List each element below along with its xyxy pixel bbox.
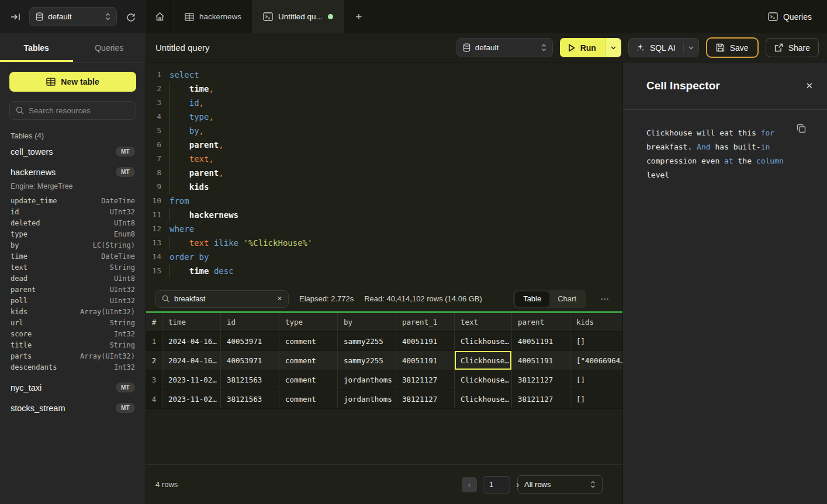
prev-page-button[interactable]: ‹ <box>462 477 477 492</box>
table-cell[interactable]: sammy2255 <box>338 351 396 370</box>
code-line: 14order by <box>146 250 622 264</box>
cell-value-line: compression even at the column level <box>646 154 800 182</box>
new-tab-button[interactable]: + <box>344 0 373 33</box>
table-cell[interactable]: [] <box>570 370 622 389</box>
run-button[interactable]: Run <box>560 38 605 57</box>
page-number-input[interactable] <box>483 476 510 493</box>
table-cell[interactable]: 2024-04-16… <box>162 351 221 370</box>
grid-header-cell[interactable]: parent_1 <box>396 313 455 331</box>
row-number-cell[interactable]: 4 <box>146 390 162 408</box>
sql-editor[interactable]: 1select2 time,3 id,4 type,5 by,6 parent,… <box>146 62 622 286</box>
table-row[interactable]: 12024-04-16…40053971commentsammy22554005… <box>146 332 622 351</box>
table-list-item[interactable]: hackernewsMT <box>9 162 136 182</box>
table-cell[interactable]: 38121127 <box>396 390 455 408</box>
row-number-cell[interactable]: 1 <box>146 332 162 350</box>
sidebar-tab-tables[interactable]: Tables <box>0 33 73 62</box>
table-list-item[interactable]: nyc_taxiMT <box>9 377 136 398</box>
close-inspector-button[interactable]: ✕ <box>805 81 813 91</box>
table-cell[interactable]: Clickhouse… <box>455 390 512 408</box>
table-cell[interactable]: 40051191 <box>512 351 570 370</box>
table-cell[interactable]: Clickhouse… <box>455 370 512 389</box>
copy-icon <box>797 124 806 133</box>
table-cell[interactable]: jordanthoms <box>338 390 396 408</box>
tab-untitled-query[interactable]: Untitled qu... <box>252 0 344 33</box>
field-name: title <box>11 341 32 349</box>
tables-list: cell_towersMThackernewsMTEngine: MergeTr… <box>9 141 136 418</box>
table-cell[interactable]: 38121127 <box>512 390 570 408</box>
save-button[interactable]: Save <box>706 37 759 58</box>
table-cell[interactable]: 40053971 <box>221 332 279 350</box>
table-list-item[interactable]: stocks_streamMT <box>9 398 136 418</box>
view-toggle-table[interactable]: Table <box>515 291 549 307</box>
table-cell[interactable]: sammy2255 <box>338 332 396 350</box>
table-cell[interactable]: [] <box>570 390 622 408</box>
table-cell[interactable]: 38121563 <box>221 390 279 408</box>
table-row[interactable]: 42023-11-02…38121563commentjordanthoms38… <box>146 390 622 409</box>
table-cell[interactable]: 2024-04-16… <box>162 332 221 350</box>
row-number-cell[interactable]: 3 <box>146 370 162 389</box>
clear-search-button[interactable]: ✕ <box>277 295 282 303</box>
table-cell[interactable]: 2023-11-02… <box>162 390 221 408</box>
table-cell[interactable]: 40053971 <box>221 351 279 370</box>
table-cell[interactable]: 40051191 <box>396 332 455 350</box>
table-cell[interactable]: 40051191 <box>396 351 455 370</box>
table-row[interactable]: 32023-11-02…38121563commentjordanthoms38… <box>146 370 622 390</box>
table-cell[interactable]: 40051191 <box>512 332 570 350</box>
grid-header-cell[interactable]: type <box>279 313 338 331</box>
table-cell[interactable]: comment <box>279 332 338 350</box>
table-cell[interactable]: ["40066964… <box>570 351 622 370</box>
code-text: parent, <box>169 166 224 180</box>
collapse-sidebar-button[interactable] <box>7 9 23 25</box>
results-search-input[interactable] <box>174 294 272 303</box>
field-type: Int32 <box>114 363 135 371</box>
table-cell[interactable]: [] <box>570 332 622 350</box>
grid-header-cell[interactable]: kids <box>570 313 622 331</box>
run-options-button[interactable] <box>605 38 621 57</box>
table-cell[interactable]: comment <box>279 351 338 370</box>
sql-ai-button[interactable]: SQL AI <box>628 38 699 57</box>
field-name: deleted <box>11 219 40 227</box>
table-list-item[interactable]: cell_towersMT <box>9 141 136 162</box>
resource-search-input[interactable] <box>29 106 132 115</box>
more-options-button[interactable]: ⋯ <box>597 294 613 304</box>
next-page-button[interactable]: › <box>516 479 519 490</box>
grid-header-cell[interactable]: parent <box>512 313 570 331</box>
share-button[interactable]: Share <box>766 38 819 57</box>
engine-badge: MT <box>116 383 135 392</box>
copy-button[interactable] <box>797 124 806 133</box>
line-number: 6 <box>146 138 169 152</box>
sql-ai-options-button[interactable] <box>683 42 694 53</box>
table-row[interactable]: 22024-04-16…40053971commentsammy22554005… <box>146 351 622 370</box>
table-name: cell_towers <box>11 147 53 157</box>
table-cell[interactable]: Clickhouse… <box>455 351 512 370</box>
sidebar-tab-queries[interactable]: Queries <box>73 33 146 62</box>
grid-header-cell[interactable]: # <box>146 313 162 331</box>
grid-header-cell[interactable]: text <box>455 313 512 331</box>
table-cell[interactable]: comment <box>279 370 338 389</box>
query-database-selector[interactable]: default <box>456 38 553 57</box>
field-type: UInt32 <box>110 297 135 305</box>
code-line: 6 parent, <box>146 138 622 152</box>
table-cell[interactable]: jordanthoms <box>338 370 396 389</box>
tab-home[interactable] <box>146 0 174 33</box>
field-name: url <box>11 319 23 327</box>
new-table-button[interactable]: New table <box>9 72 136 92</box>
table-cell[interactable]: 38121563 <box>221 370 279 389</box>
grid-header-cell[interactable]: id <box>221 313 279 331</box>
tab-hackernews[interactable]: hackernews <box>174 0 252 33</box>
grid-header-cell[interactable]: time <box>162 313 221 331</box>
row-number-cell[interactable]: 2 <box>146 351 162 370</box>
view-toggle-chart[interactable]: Chart <box>549 291 584 307</box>
table-cell[interactable]: Clickhouse… <box>455 332 512 350</box>
database-selector[interactable]: default <box>29 7 117 26</box>
page-size-selector[interactable]: All rows <box>517 475 603 493</box>
table-cell[interactable]: 38121127 <box>396 370 455 389</box>
table-cell[interactable]: 2023-11-02… <box>162 370 221 389</box>
queries-button[interactable]: Queries <box>768 12 812 22</box>
table-cell[interactable]: comment <box>279 390 338 408</box>
refresh-button[interactable] <box>123 9 139 25</box>
code-line: 3 id, <box>146 96 622 110</box>
schema-field: deletedUInt8 <box>9 217 136 228</box>
grid-header-cell[interactable]: by <box>338 313 396 331</box>
table-cell[interactable]: 38121127 <box>512 370 570 389</box>
